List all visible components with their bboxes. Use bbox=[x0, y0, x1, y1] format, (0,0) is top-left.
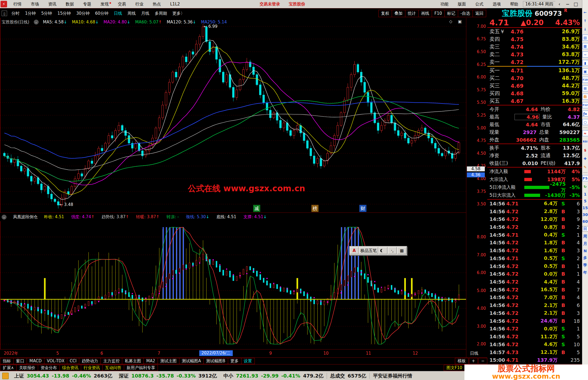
pages-icon[interactable]: ▣ bbox=[582, 68, 588, 74]
tick-row[interactable]: 14:564.727.0万B4 bbox=[487, 294, 582, 302]
ime-keyboard-icon[interactable]: ▦ bbox=[397, 247, 406, 254]
tick-row[interactable]: 14:564.721.8万B4 bbox=[487, 239, 582, 247]
tick-row[interactable]: 14:564.7216.5万B7 bbox=[487, 286, 582, 294]
status-app-icon[interactable] bbox=[2, 373, 9, 379]
strip-period-1[interactable]: 1 bbox=[584, 192, 587, 196]
tab-资金分布[interactable]: 资金分布 bbox=[38, 365, 60, 371]
ime-toolbar[interactable]: A 极品五笔 ·, ▦ bbox=[349, 246, 407, 255]
tick-row[interactable]: 14:564.710.4万S1 bbox=[487, 231, 582, 239]
back-button[interactable]: ‹ bbox=[555, 1, 564, 7]
pencil-icon[interactable]: ✎ bbox=[583, 164, 588, 170]
tab-测试幅图B[interactable]: 测试幅图B bbox=[204, 358, 228, 364]
ime-punct-icon[interactable]: ·, bbox=[388, 247, 397, 254]
tick-row[interactable]: 14:564.716.4万S6 bbox=[487, 200, 582, 208]
button-复权[interactable]: 复权 bbox=[378, 10, 392, 17]
button-−[interactable]: − bbox=[478, 358, 487, 364]
menu-item-发现[interactable]: 发现 bbox=[96, 2, 113, 7]
tab-行业资讯[interactable]: 行业资讯 bbox=[81, 365, 103, 371]
app-logo-icon[interactable]: ⚡ bbox=[1, 1, 7, 7]
period-1分钟[interactable]: 1分钟 bbox=[22, 11, 39, 16]
button-统计[interactable]: 统计 bbox=[405, 10, 418, 17]
menu-item-数据[interactable]: 数据 bbox=[61, 2, 78, 7]
tick-row[interactable]: 14:564.7224.6万B18 bbox=[487, 317, 582, 325]
strip-period-15[interactable]: 15 bbox=[583, 206, 588, 210]
report-icon[interactable]: ▤ bbox=[582, 35, 588, 41]
strip-period-日[interactable]: 日 bbox=[582, 226, 588, 232]
window-icon[interactable]: ▯ bbox=[2, 11, 7, 16]
strip-period-季[interactable]: 季 bbox=[583, 263, 587, 268]
menu-item-公式[interactable]: 公式 bbox=[471, 2, 488, 7]
f12-icon[interactable]: F12 bbox=[582, 102, 588, 108]
ime-moon-icon[interactable] bbox=[379, 247, 387, 254]
chart-badge-榜[interactable]: 榜 bbox=[311, 205, 318, 212]
menu-item-功能[interactable]: 功能 bbox=[436, 2, 453, 7]
menu-item-选项[interactable]: 选项 bbox=[488, 2, 506, 7]
period-日线[interactable]: 日线 bbox=[111, 11, 125, 16]
tick-row[interactable]: 14:564.720.0万B1 bbox=[487, 270, 582, 278]
tab-测试主图[interactable]: 测试主图 bbox=[158, 358, 179, 364]
period-15分钟[interactable]: 15分钟 bbox=[55, 11, 74, 16]
tab-主力监控[interactable]: 主力监控 bbox=[101, 358, 122, 364]
up-icon[interactable]: ↑ bbox=[583, 18, 588, 24]
tab-综合资讯[interactable]: 综合资讯 bbox=[60, 365, 81, 371]
menu-alert[interactable]: 宝胜股份 bbox=[284, 2, 310, 7]
menu-item-交易[interactable]: 交易 bbox=[113, 2, 131, 7]
index-quote-上证[interactable]: 上证3054.43-13.98-0.46%2663亿 bbox=[11, 373, 115, 379]
tab-MACD[interactable]: MACD bbox=[27, 358, 44, 364]
tick-row[interactable]: 15:004.71137.9万235 bbox=[487, 356, 582, 364]
tab-趋势动力[interactable]: 趋势动力 bbox=[79, 358, 101, 364]
tab-扩展∧[interactable]: 扩展∧ bbox=[0, 365, 17, 371]
tab-私募主图[interactable]: 私募主图 bbox=[122, 358, 144, 364]
tick-row[interactable]: 14:564.7211.2万S5 bbox=[487, 333, 582, 341]
chart-badge-财[interactable]: 财 bbox=[359, 205, 366, 212]
button-F10[interactable]: F10 bbox=[432, 10, 445, 17]
tick-row[interactable]: 14:564.720.5万B1 bbox=[487, 262, 582, 270]
tick-row[interactable]: 14:564.722.1万B3 bbox=[487, 309, 582, 317]
minimize-button[interactable]: − bbox=[564, 1, 572, 7]
menu-item-版面[interactable]: 版面 bbox=[453, 2, 471, 7]
period-分时[interactable]: 分时 bbox=[9, 11, 22, 16]
index-quote-中小[interactable]: 中小7261.93-29.99-0.41%479.2亿 bbox=[220, 373, 327, 379]
tick-row[interactable]: 14:574.7312.1万B5 bbox=[487, 348, 582, 356]
button-标记[interactable]: 标记 bbox=[445, 10, 458, 17]
refresh-icon[interactable]: ↻ bbox=[583, 184, 588, 190]
f10-icon[interactable]: F10 bbox=[582, 77, 588, 83]
tick-row[interactable]: 14:564.7212.0万B9 bbox=[487, 215, 582, 223]
menu-item-行业[interactable]: 行业 bbox=[131, 2, 148, 7]
strip-period-月[interactable]: 月 bbox=[583, 241, 587, 246]
menu-item-资讯[interactable]: 资讯 bbox=[44, 2, 61, 7]
menu-alert[interactable]: 交易未登录 bbox=[255, 2, 284, 7]
tab-设置[interactable]: 设置 bbox=[241, 358, 255, 364]
indicator-canvas[interactable] bbox=[1, 221, 467, 349]
tick-row[interactable]: 14:564.720.8万B2 bbox=[487, 223, 582, 231]
tab-VOL-TDX[interactable]: VOL-TDX bbox=[44, 358, 67, 364]
structure-icon[interactable]: ⊞ bbox=[582, 85, 588, 91]
tab-指标[interactable]: 指标 bbox=[0, 358, 14, 364]
menu-item-帮助[interactable]: 帮助 bbox=[506, 2, 523, 7]
tab-新用户福利专享[interactable]: 新用户福利专享 bbox=[124, 365, 158, 371]
move-icon[interactable]: ✚ bbox=[583, 156, 588, 162]
tick-list[interactable]: 14:564.716.4万S614:564.722.8万B314:564.721… bbox=[487, 200, 582, 364]
strip-period-N[interactable]: N bbox=[584, 249, 587, 253]
button-画线[interactable]: 画线 bbox=[418, 10, 432, 17]
period-周线[interactable]: 周线 bbox=[125, 11, 138, 16]
wave-icon[interactable]: ≈ bbox=[582, 130, 588, 136]
tab-关联报价[interactable]: 关联报价 bbox=[17, 365, 38, 371]
menu-item-L1L2[interactable]: L1L2 bbox=[166, 2, 185, 7]
button-+[interactable]: + bbox=[469, 358, 478, 364]
button-返回[interactable]: 返回 bbox=[473, 10, 486, 17]
strip-period-周[interactable]: 周 bbox=[583, 234, 587, 239]
tick-row[interactable]: 14:564.722.1万B6 bbox=[487, 301, 582, 309]
tab-MA2[interactable]: MA2 bbox=[144, 358, 158, 364]
tick-row[interactable]: 14:564.724.4万B4 bbox=[487, 278, 582, 286]
rsi-icon[interactable]: RSI bbox=[583, 139, 588, 145]
ring-icon[interactable]: ○ bbox=[582, 119, 588, 125]
period-更多〉[interactable]: 更多〉 bbox=[170, 11, 187, 16]
period-60分钟[interactable]: 60分钟 bbox=[92, 11, 111, 16]
kline-icon[interactable]: ▮ bbox=[582, 60, 588, 66]
period-多周期[interactable]: 多周期 bbox=[152, 11, 170, 16]
tick-row[interactable]: 14:564.720.0万S1 bbox=[487, 325, 582, 333]
menu-item-市场[interactable]: 市场 bbox=[26, 2, 44, 7]
tab-窗口[interactable]: 窗口 bbox=[14, 358, 27, 364]
menu-item-行情[interactable]: 行情 bbox=[9, 2, 26, 7]
